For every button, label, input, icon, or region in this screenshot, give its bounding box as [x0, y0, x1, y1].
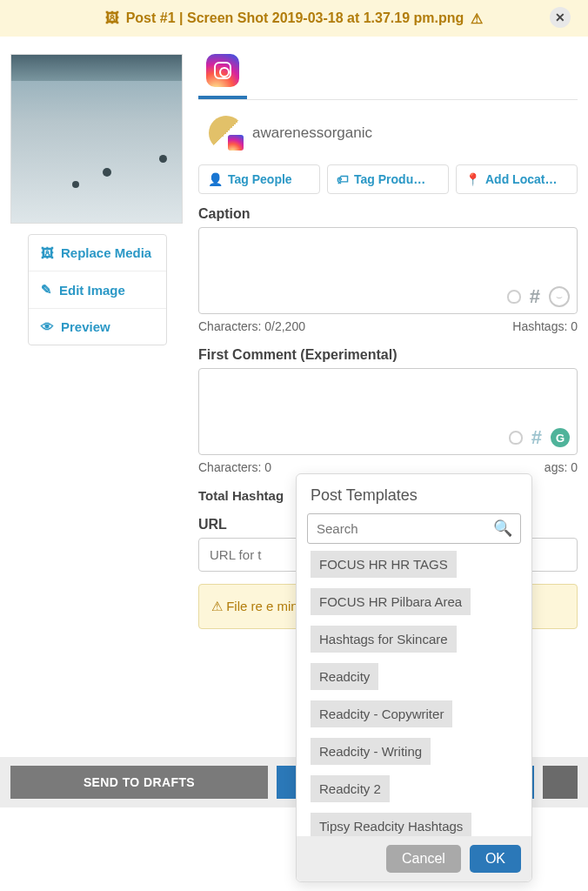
edit-image-button[interactable]: ✎ Edit Image [29, 271, 166, 309]
eye-icon: 👁 [41, 319, 54, 334]
media-thumbnail[interactable] [10, 54, 183, 224]
caption-hashtag-count: Hashtags: 0 [512, 319, 578, 333]
template-item[interactable]: Readcity [311, 663, 378, 690]
instagram-tab[interactable] [206, 54, 239, 87]
ok-button[interactable]: OK [470, 845, 521, 873]
footer-extra-button[interactable] [543, 766, 578, 799]
image-icon: 🖼 [41, 245, 54, 260]
emoji-icon[interactable]: ⌣ [549, 286, 570, 307]
person-icon: 👤 [208, 172, 223, 186]
header-title-wrap: 🖼 Post #1 | Screen Shot 2019-03-18 at 1.… [105, 10, 484, 27]
replace-media-button[interactable]: 🖼 Replace Media [29, 235, 166, 271]
hashtag-icon[interactable]: # [531, 426, 542, 449]
media-side-menu: 🖼 Replace Media ✎ Edit Image 👁 Preview [28, 234, 167, 345]
add-location-button[interactable]: 📍 Add Locat… [456, 164, 578, 194]
send-to-drafts-button[interactable]: SEND TO DRAFTS [10, 766, 268, 799]
template-item[interactable]: Readcity 2 [311, 775, 390, 802]
template-item[interactable]: Readcity - Copywriter [311, 700, 452, 727]
replace-media-label: Replace Media [61, 245, 151, 260]
edit-image-label: Edit Image [59, 283, 125, 298]
cancel-button[interactable]: Cancel [386, 845, 461, 873]
hashtag-icon[interactable]: # [530, 285, 540, 308]
popup-title: Post Templates [297, 474, 531, 513]
template-item[interactable]: Hashtags for Skincare [311, 626, 457, 653]
first-comment-hashtag-count: ags: 0 [545, 460, 578, 474]
bulb-icon[interactable] [509, 431, 523, 445]
first-comment-input[interactable]: # G [198, 368, 578, 455]
warning-icon: ⚠ [211, 599, 226, 613]
tag-people-label: Tag People [228, 172, 292, 186]
preview-label: Preview [61, 319, 110, 334]
image-icon: 🖼 [105, 10, 119, 26]
template-item[interactable]: FOCUS HR HR TAGS [311, 551, 457, 578]
pencil-icon: ✎ [41, 282, 52, 298]
bulb-icon[interactable] [507, 290, 521, 304]
template-search-input[interactable] [307, 513, 521, 544]
active-tab-indicator [198, 96, 247, 99]
header-title: Post #1 | Screen Shot 2019-03-18 at 1.37… [126, 10, 464, 26]
first-comment-label: First Comment (Experimental) [198, 347, 578, 363]
close-button[interactable]: ✕ [550, 7, 571, 28]
caption-char-count: Characters: 0/2,200 [198, 319, 305, 333]
add-location-label: Add Locat… [485, 172, 557, 186]
instagram-icon [214, 62, 231, 79]
tag-people-button[interactable]: 👤 Tag People [198, 164, 320, 194]
platform-tabs [198, 54, 578, 99]
caption-input[interactable]: # ⌣ [198, 227, 578, 314]
search-icon[interactable]: 🔍 [493, 519, 512, 538]
warning-icon: ⚠ [471, 10, 483, 27]
caption-label: Caption [198, 206, 578, 222]
grammarly-icon[interactable]: G [551, 428, 570, 447]
template-item[interactable]: FOCUS HR Pilbara Area [311, 588, 471, 615]
header-bar: 🖼 Post #1 | Screen Shot 2019-03-18 at 1.… [0, 0, 588, 37]
post-templates-popup: Post Templates 🔍 FOCUS HR HR TAGS FOCUS … [296, 473, 532, 882]
pin-icon: 📍 [465, 172, 480, 186]
first-comment-char-count: Characters: 0 [198, 460, 271, 474]
tag-products-button[interactable]: 🏷 Tag Produ… [327, 164, 449, 194]
preview-button[interactable]: 👁 Preview [29, 309, 166, 345]
template-item[interactable]: Tipsy Readcity Hashtags [311, 813, 471, 836]
template-item[interactable]: Readcity - Writing [311, 738, 431, 765]
tag-products-label: Tag Produ… [354, 172, 425, 186]
drafts-label: SEND TO DRAFTS [84, 775, 195, 789]
tag-icon: 🏷 [337, 172, 349, 186]
template-list: FOCUS HR HR TAGS FOCUS HR Pilbara Area H… [297, 549, 531, 836]
account-avatar[interactable] [209, 116, 244, 151]
account-name: awarenessorganic [252, 124, 372, 142]
account-row: awarenessorganic [209, 116, 578, 151]
